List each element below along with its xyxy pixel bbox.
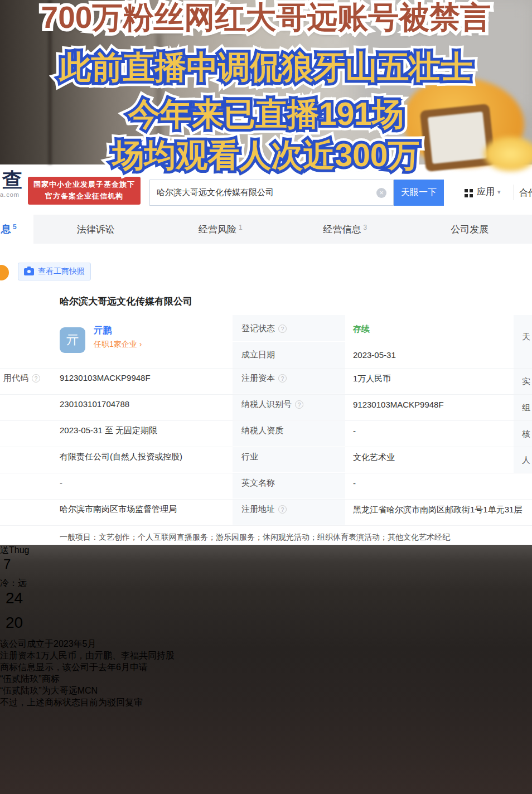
shareholder-name-link[interactable]: 亓鹏 [94, 325, 112, 337]
company-name: 哈尔滨大哥远文化传媒有限公司 [60, 295, 192, 308]
tab-company-development[interactable]: 公司发展 [408, 215, 532, 244]
search-button[interactable]: 天眼一下 [394, 180, 444, 206]
tab-company-development-label: 公司发展 [451, 223, 489, 236]
right-partial-label: 天 [522, 332, 530, 342]
right-partial-label: 人 [522, 455, 530, 466]
row-separator [0, 368, 532, 369]
level-badge-value: 20 [6, 614, 23, 631]
notice-icon [0, 265, 9, 280]
avatar[interactable]: 亓 [60, 327, 85, 353]
tab-risk-count: 1 [239, 224, 243, 231]
cert-badge-line2: 官方备案企业征信机构 [45, 191, 123, 202]
caption-mcn: “伍贰陆玖”为大哥远MCN [0, 685, 532, 697]
caption-capital-shareholders: 注册资本1万人民币，由亓鹏、李福共同持股 [0, 650, 532, 662]
video-frame: 700万粉丝网红大哥远账号被禁言 此前直播中调侃狼牙山五壮士 今年来已直播191… [0, 0, 532, 794]
registration-number-value: 230103101704788 [60, 399, 129, 409]
tab-bar: 息 5 法律诉讼 经营风险 1 经营信息 3 公司发展 [0, 215, 532, 244]
chat-username-text: 冷：远 [0, 578, 27, 588]
level-badge: 24 [0, 589, 532, 614]
taxpayer-quality-label-text: 纳税人资质 [241, 425, 283, 436]
registered-address-value: 黑龙江省哈尔滨市南岗区邮政街1号1单元31层 [353, 505, 522, 515]
taxpayer-id-value: 91230103MACKP9948F [353, 400, 444, 409]
english-name-label-text: 英文名称 [241, 478, 275, 488]
level-badge-value: 24 [6, 589, 23, 607]
tianyancha-panel: 查 a.com 国家中小企业发展子基金旗下 官方备案企业征信机构 × 天眼一下 … [0, 164, 532, 545]
empty-left-value: - [60, 478, 62, 487]
level-badge-value: 7 [3, 556, 11, 572]
status-label-text: 登记状态 [241, 323, 275, 334]
business-snapshot-button[interactable]: 查看工商快照 [18, 263, 91, 280]
row-separator [0, 394, 532, 395]
caption-trademark-applied: 商标信息显示，该公司于去年6月申请 [0, 662, 532, 674]
industry-label-text: 行业 [241, 452, 258, 462]
caption-founded: 该公司成立于2023年5月 [0, 638, 532, 650]
gift-chat-text: 送Thug [0, 545, 532, 556]
tianyancha-domain: a.com [0, 191, 20, 198]
tab-operating-info[interactable]: 经营信息 3 [283, 215, 408, 244]
level-badge: 7 [0, 556, 532, 578]
nav-cooperate[interactable]: 合作 [519, 187, 532, 199]
camera-icon [24, 268, 34, 275]
headline-banned: 700万粉丝网红大哥远账号被禁言 [0, 1, 532, 34]
row-separator [0, 499, 532, 500]
chat-message-row: 20 [0, 614, 532, 638]
company-type-value: 有限责任公司(自然人投资或控股) [60, 452, 182, 462]
registration-authority-value: 哈尔滨市南岗区市场监督管理局 [60, 504, 177, 515]
apps-grid-icon [465, 189, 468, 192]
chevron-down-icon: ▾ [497, 188, 501, 196]
tab-operating-info-count: 3 [363, 224, 367, 231]
credit-code-value: 91230103MACKP9948F [60, 373, 151, 383]
field-label-credit-code-partial: 用代码 ? [3, 373, 40, 384]
caption-trademark-name: “伍贰陆玖”商标 [0, 674, 532, 685]
chat-message-row: 7 冷：远 [0, 556, 532, 589]
tab-risk[interactable]: 经营风险 1 [158, 215, 283, 244]
search-box: × [149, 180, 394, 206]
info-icon[interactable]: ? [278, 505, 287, 514]
nav-divider [514, 185, 514, 200]
field-value-founded: 2023-05-31 [353, 350, 396, 360]
industry-value: 文化艺术业 [353, 452, 395, 463]
nav-apps-label: 应用 [477, 186, 495, 198]
right-partial-label: 组 [522, 403, 530, 413]
level-badge: 20 [0, 614, 532, 638]
headline-viewers: 场均观看人次近300万 [0, 138, 532, 173]
field-label-registered-address: 注册地址 ? [241, 504, 287, 515]
field-label-registered-capital: 注册资本 ? [241, 373, 287, 384]
tab-legal-label: 法律诉讼 [77, 223, 115, 236]
search-input[interactable] [150, 188, 376, 197]
field-label-industry: 行业 [241, 452, 258, 462]
field-label-taxpayer-id: 纳税人识别号 ? [241, 399, 303, 410]
business-term-value: 2023-05-31 至 无固定期限 [60, 425, 157, 436]
right-partial-label: 实 [522, 376, 530, 387]
nav-apps[interactable]: 应用 ▾ [465, 186, 501, 198]
tab-risk-label: 经营风险 [199, 223, 236, 236]
caption-rejected-review: 不过，上述商标状态目前为驳回复审 [0, 697, 532, 709]
field-value-status: 存续 [353, 324, 370, 335]
founded-label-text: 成立日期 [241, 350, 275, 360]
tab-operating-info-label: 经营信息 [323, 223, 361, 236]
positions-link[interactable]: 任职1家企业 › [94, 340, 142, 350]
taxpayer-id-label-text: 纳税人识别号 [241, 399, 292, 410]
info-icon[interactable]: ? [278, 325, 287, 333]
registered-capital-label-text: 注册资本 [241, 373, 275, 384]
info-icon[interactable]: ? [295, 400, 303, 409]
row-separator [0, 420, 532, 421]
info-icon[interactable]: ? [278, 374, 287, 383]
field-label-status: 登记状态 ? [241, 323, 287, 334]
english-name-value: - [353, 478, 356, 488]
registered-address-label-text: 注册地址 [241, 504, 275, 515]
row-separator [0, 473, 532, 473]
clear-icon[interactable]: × [376, 188, 386, 198]
info-icon[interactable]: ? [32, 374, 40, 383]
field-label-founded: 成立日期 [241, 350, 275, 360]
chat-message-row: 24 [0, 589, 532, 614]
business-snapshot-label: 查看工商快照 [38, 267, 85, 277]
taxpayer-quality-value: - [353, 426, 356, 435]
credit-code-label-text: 用代码 [3, 373, 28, 384]
cert-badge-line1: 国家中小企业发展子基金旗下 [33, 179, 135, 191]
field-label-taxpayer-quality: 纳税人资质 [241, 425, 283, 436]
tab-legal[interactable]: 法律诉讼 [33, 215, 158, 244]
certification-badge: 国家中小企业发展子基金旗下 官方备案企业征信机构 [28, 177, 141, 205]
tab-base-info[interactable]: 息 5 [0, 215, 33, 244]
tianyancha-logo[interactable]: 查 [2, 170, 22, 190]
